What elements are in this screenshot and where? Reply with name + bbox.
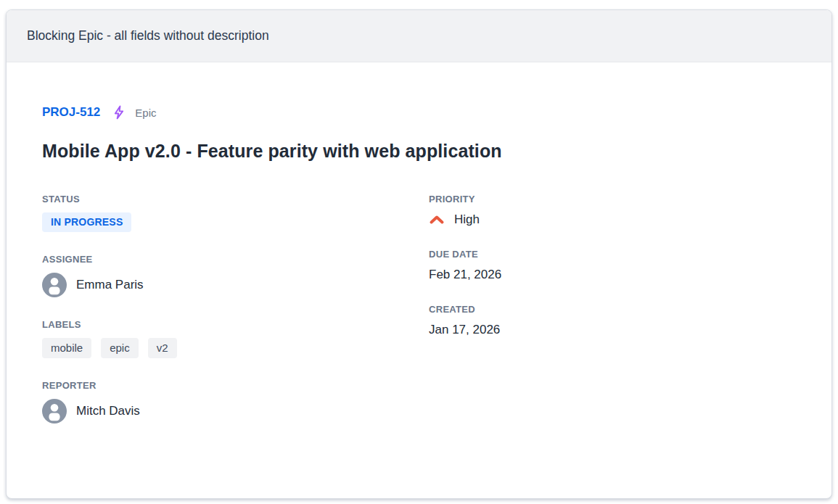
field-assignee: ASSIGNEE Emma Paris: [42, 254, 429, 297]
field-due-date-label: DUE DATE: [429, 249, 796, 260]
field-status-label: STATUS: [42, 194, 429, 205]
field-priority-label: PRIORITY: [429, 194, 796, 205]
label-chip: epic: [101, 338, 139, 358]
field-reporter: REPORTER Mitch Davis: [42, 380, 429, 424]
epic-bolt-icon: [111, 104, 127, 120]
reporter-avatar-icon: [42, 399, 67, 424]
issue-key-link[interactable]: PROJ-512: [42, 105, 100, 120]
assignee-avatar-icon: [42, 273, 67, 297]
label-chip: v2: [148, 338, 177, 358]
field-priority: PRIORITY High: [429, 194, 796, 227]
issue-type-label: Epic: [135, 107, 156, 119]
field-reporter-label: REPORTER: [42, 380, 429, 391]
due-date-value: Feb 21, 2026: [429, 268, 796, 282]
field-created-label: CREATED: [429, 304, 796, 315]
fields-grid: STATUS IN PROGRESS ASSIGNEE Emm: [42, 194, 796, 445]
field-assignee-label: ASSIGNEE: [42, 254, 429, 265]
field-created: CREATED Jan 17, 2026: [429, 304, 796, 337]
fields-column-right: PRIORITY High DUE DATE Feb 21, 2026: [429, 194, 796, 445]
assignee-name: Emma Paris: [76, 278, 144, 292]
status-badge: IN PROGRESS: [42, 212, 131, 232]
issue-card: Blocking Epic - all fields without descr…: [6, 9, 832, 499]
field-labels-label: LABELS: [42, 319, 429, 330]
labels-chip-row: mobile epic v2: [42, 338, 429, 358]
priority-high-chevron-icon: [429, 215, 445, 225]
created-value: Jan 17, 2026: [429, 323, 796, 337]
card-header: Blocking Epic - all fields without descr…: [7, 10, 831, 62]
card-header-title: Blocking Epic - all fields without descr…: [27, 28, 269, 44]
card-body: PROJ-512 Epic Mobile App v2.0 - Feature …: [7, 62, 831, 445]
field-labels: LABELS mobile epic v2: [42, 319, 429, 358]
field-due-date: DUE DATE Feb 21, 2026: [429, 249, 796, 282]
field-status: STATUS IN PROGRESS: [42, 194, 429, 232]
issue-title: Mobile App v2.0 - Feature parity with we…: [42, 141, 796, 162]
label-chip: mobile: [42, 338, 91, 358]
priority-value: High: [454, 212, 480, 227]
issue-key-row: PROJ-512 Epic: [42, 104, 796, 120]
fields-column-left: STATUS IN PROGRESS ASSIGNEE Emm: [42, 194, 429, 445]
reporter-name: Mitch Davis: [76, 404, 140, 418]
